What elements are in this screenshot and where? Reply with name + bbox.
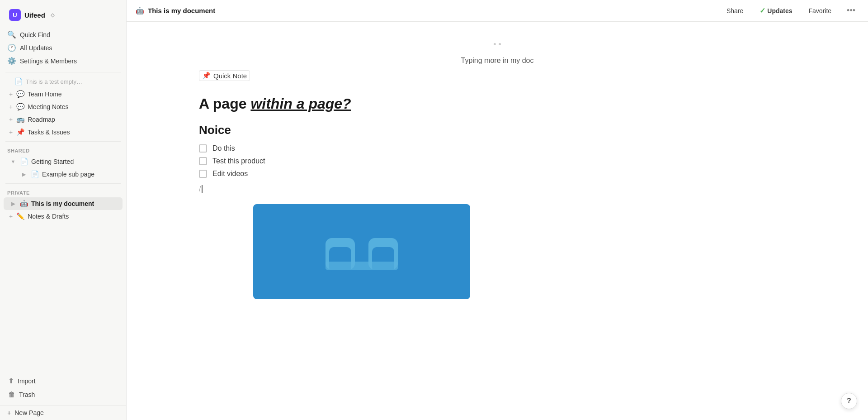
sidebar-nav: 🔍 Quick Find 🕐 All Updates ⚙️ Settings &… bbox=[0, 26, 126, 69]
team-home-emoji: 💬 bbox=[16, 90, 25, 98]
add-tasks-icon: + bbox=[9, 129, 13, 136]
sidebar-item-settings[interactable]: ⚙️ Settings & Members bbox=[4, 54, 123, 67]
slash-char: / bbox=[199, 185, 201, 193]
page-emoji: 🤖 bbox=[136, 7, 144, 15]
favorite-label: Favorite bbox=[809, 7, 832, 14]
todo-list: Do this Test this product Edit videos bbox=[199, 144, 796, 178]
import-icon: ⬆ bbox=[8, 377, 14, 385]
doc-robot-emoji: 🤖 bbox=[20, 200, 28, 208]
shared-section: SHARED ▼ 📄 Getting Started ▶ 📄 Example s… bbox=[0, 144, 126, 181]
sidebar-item-all-updates[interactable]: 🕐 All Updates bbox=[4, 41, 123, 54]
sidebar-item-quick-find[interactable]: 🔍 Quick Find bbox=[4, 28, 123, 41]
nav-label-quick-find: Quick Find bbox=[20, 31, 50, 38]
roadmap-emoji: 🚌 bbox=[16, 115, 25, 124]
favorite-button[interactable]: Favorite bbox=[804, 5, 836, 17]
add-roadmap-icon: + bbox=[9, 116, 13, 123]
sidebar-item-this-is-my-document[interactable]: ▶ 🤖 This is my document bbox=[4, 197, 123, 210]
todo-item-1: Do this bbox=[199, 144, 796, 153]
expand-doc-icon: ▶ bbox=[9, 200, 17, 208]
new-page-button[interactable]: + New Page bbox=[0, 405, 126, 420]
clock-icon: 🕐 bbox=[7, 43, 16, 52]
todo-checkbox-2[interactable] bbox=[199, 157, 207, 165]
topbar-left: 🤖 This is my document bbox=[136, 7, 215, 15]
sidebar-divider-3 bbox=[5, 183, 121, 184]
help-icon: ? bbox=[847, 397, 851, 405]
todo-label-3: Edit videos bbox=[212, 170, 248, 178]
page-title: This is my document bbox=[148, 7, 215, 14]
sidebar-item-team-home[interactable]: + 💬 Team Home bbox=[4, 88, 123, 100]
text-cursor bbox=[202, 185, 203, 193]
team-section: 📄 This is a test empty… + 💬 Team Home + … bbox=[0, 75, 126, 138]
nav-label-settings: Settings & Members bbox=[20, 57, 77, 65]
image-block-svg bbox=[316, 224, 407, 279]
workspace-chevron-icon: ◇ bbox=[51, 12, 54, 18]
todo-item-3: Edit videos bbox=[199, 170, 796, 178]
todo-label-2: Test this product bbox=[212, 157, 265, 165]
todo-checkbox-3[interactable] bbox=[199, 170, 207, 178]
workspace-header[interactable]: U Uifeed ◇ bbox=[5, 5, 121, 24]
sidebar-item-this-is-test[interactable]: 📄 This is a test empty… bbox=[4, 75, 123, 88]
partial-typing-text: Typing more in my doc bbox=[199, 57, 796, 65]
check-icon: ✓ bbox=[760, 6, 765, 15]
new-page-label: New Page bbox=[14, 409, 44, 416]
sidebar-divider-1 bbox=[5, 72, 121, 72]
heading-plain: A page bbox=[199, 95, 250, 112]
private-section-label: PRIVATE bbox=[0, 186, 126, 197]
help-button[interactable]: ? bbox=[841, 393, 857, 409]
scroll-indicator: • • bbox=[199, 40, 796, 49]
sidebar-item-roadmap[interactable]: + 🚌 Roadmap bbox=[4, 113, 123, 126]
topbar-right: Share ✓ Updates Favorite ••• bbox=[722, 4, 859, 18]
add-team-home-icon: + bbox=[9, 91, 13, 98]
meeting-notes-emoji: 💬 bbox=[16, 103, 25, 111]
todo-item-2: Test this product bbox=[199, 157, 796, 165]
new-page-plus: + bbox=[7, 409, 11, 416]
sidebar: U Uifeed ◇ 🔍 Quick Find 🕐 All Updates ⚙️… bbox=[0, 0, 127, 420]
sidebar-item-trash[interactable]: 🗑 Trash bbox=[4, 388, 123, 401]
slash-command-line[interactable]: / bbox=[199, 185, 796, 193]
todo-label-1: Do this bbox=[212, 144, 235, 153]
sidebar-item-tasks-issues[interactable]: + 📌 Tasks & Issues bbox=[4, 126, 123, 138]
workspace-icon: U bbox=[9, 9, 21, 21]
quick-note-link[interactable]: 📌 Quick Note bbox=[199, 70, 250, 81]
doc-icon: 📄 bbox=[14, 77, 23, 86]
share-label: Share bbox=[726, 7, 743, 14]
heading-italic: within a page? bbox=[250, 95, 351, 112]
share-button[interactable]: Share bbox=[722, 5, 748, 17]
main-area: 🤖 This is my document Share ✓ Updates Fa… bbox=[127, 0, 868, 420]
gear-icon: ⚙️ bbox=[7, 57, 16, 65]
quick-note-line: 📌 Quick Note bbox=[199, 70, 796, 81]
sidebar-item-import[interactable]: ⬆ Import bbox=[4, 374, 123, 388]
sidebar-item-notes-drafts[interactable]: + ✏️ Notes & Drafts bbox=[4, 210, 123, 223]
trash-icon: 🗑 bbox=[8, 391, 15, 399]
image-block[interactable] bbox=[253, 204, 470, 299]
document-content[interactable]: • • Typing more in my doc 📌 Quick Note A… bbox=[127, 22, 868, 420]
more-options-icon: ••• bbox=[847, 6, 855, 15]
trash-label: Trash bbox=[19, 391, 35, 398]
add-notes-icon: + bbox=[9, 213, 13, 220]
notes-emoji: ✏️ bbox=[16, 212, 25, 220]
updates-label: Updates bbox=[767, 7, 792, 14]
sidebar-bottom: ⬆ Import 🗑 Trash bbox=[0, 370, 126, 405]
getting-started-emoji: 📄 bbox=[20, 158, 28, 166]
more-options-button[interactable]: ••• bbox=[843, 4, 859, 18]
shared-section-label: SHARED bbox=[0, 144, 126, 155]
sidebar-item-meeting-notes[interactable]: + 💬 Meeting Notes bbox=[4, 100, 123, 113]
topbar: 🤖 This is my document Share ✓ Updates Fa… bbox=[127, 0, 868, 22]
sidebar-item-example-sub-page[interactable]: ▶ 📄 Example sub page bbox=[4, 168, 123, 181]
expand-sub-icon: ▶ bbox=[20, 170, 28, 178]
search-icon: 🔍 bbox=[7, 30, 16, 39]
tasks-emoji: 📌 bbox=[16, 128, 25, 136]
noice-heading: Noice bbox=[199, 123, 796, 137]
import-label: Import bbox=[18, 377, 36, 385]
sub-page-emoji: 📄 bbox=[31, 170, 39, 178]
pin-icon: 📌 bbox=[202, 72, 211, 80]
add-meeting-notes-icon: + bbox=[9, 103, 13, 110]
quick-note-label: Quick Note bbox=[213, 72, 247, 80]
sidebar-divider-2 bbox=[5, 141, 121, 142]
nav-label-all-updates: All Updates bbox=[20, 44, 52, 52]
sidebar-item-getting-started[interactable]: ▼ 📄 Getting Started bbox=[4, 155, 123, 168]
page-in-page-heading: A page within a page? bbox=[199, 95, 796, 112]
todo-checkbox-1[interactable] bbox=[199, 144, 207, 153]
private-section: PRIVATE ▶ 🤖 This is my document + ✏️ Not… bbox=[0, 186, 126, 223]
updates-button[interactable]: ✓ Updates bbox=[755, 4, 797, 17]
